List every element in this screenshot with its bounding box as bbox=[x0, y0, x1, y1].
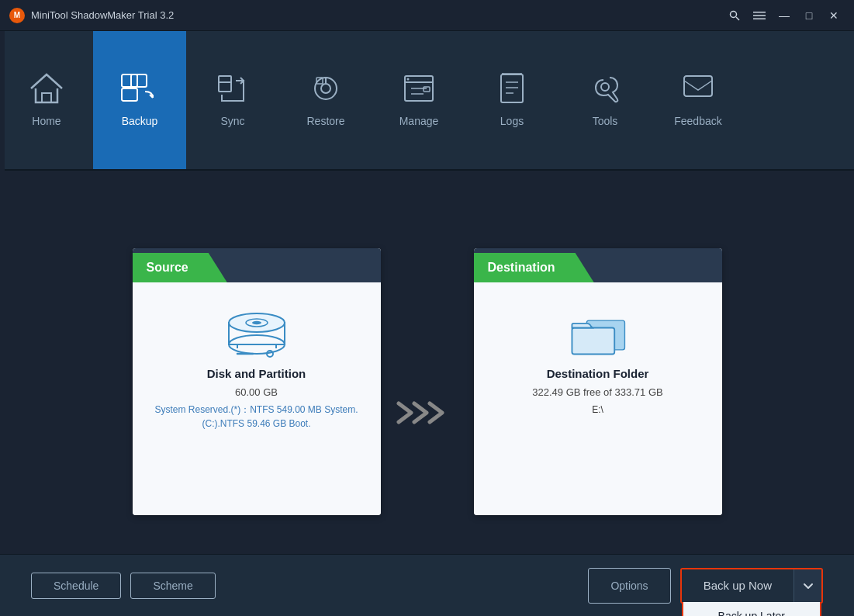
nav-logs-label: Logs bbox=[500, 115, 524, 127]
backup-later-button[interactable]: Back up Later bbox=[683, 602, 820, 617]
source-size: 60.00 GB bbox=[235, 386, 278, 398]
window-controls: — □ ✕ bbox=[724, 6, 845, 25]
svg-point-12 bbox=[321, 84, 330, 93]
nav-manage-label: Manage bbox=[399, 115, 439, 127]
title-left: M MiniTool ShadowMaker Trial 3.2 bbox=[9, 8, 174, 23]
nav-restore-label: Restore bbox=[306, 115, 344, 127]
home-icon bbox=[29, 73, 64, 109]
cards-row: Source bbox=[47, 248, 807, 515]
source-card[interactable]: Source bbox=[133, 248, 381, 515]
nav-home[interactable]: Home bbox=[0, 31, 93, 169]
disk-icon bbox=[222, 306, 292, 367]
tools-icon bbox=[588, 73, 622, 109]
destination-size: 322.49 GB free of 333.71 GB bbox=[532, 386, 662, 398]
bottom-left-actions: Schedule Scheme bbox=[31, 573, 216, 599]
backup-now-group: Back up Now Back up Later bbox=[680, 568, 823, 604]
main-content: Source bbox=[0, 171, 854, 585]
destination-header-label: Destination bbox=[488, 261, 555, 274]
source-header: Source bbox=[133, 253, 227, 282]
svg-point-33 bbox=[252, 321, 261, 324]
scheme-button[interactable]: Scheme bbox=[130, 573, 215, 599]
svg-rect-4 bbox=[753, 18, 766, 19]
bottom-bar: Schedule Scheme Options Back up Now Back… bbox=[0, 554, 854, 616]
backup-icon bbox=[120, 73, 159, 109]
svg-rect-8 bbox=[122, 88, 137, 101]
svg-point-25 bbox=[601, 83, 609, 91]
nav-restore[interactable]: Restore bbox=[279, 31, 372, 169]
restore-icon bbox=[309, 73, 343, 109]
backup-now-row: Back up Now bbox=[682, 569, 821, 602]
nav-tools[interactable]: Tools bbox=[558, 31, 652, 169]
nav-sync[interactable]: Sync bbox=[186, 31, 279, 169]
svg-point-19 bbox=[407, 78, 410, 81]
svg-rect-6 bbox=[122, 74, 137, 87]
left-accent bbox=[0, 31, 5, 616]
svg-rect-3 bbox=[753, 15, 766, 16]
svg-line-1 bbox=[736, 17, 739, 20]
destination-card[interactable]: Destination Destination Folder 322.49 GB… bbox=[474, 248, 722, 515]
source-detail: System Reserved.(*)：NTFS 549.00 MB Syste… bbox=[154, 403, 358, 431]
nav-backup-label: Backup bbox=[122, 115, 158, 127]
nav-feedback-label: Feedback bbox=[674, 115, 721, 127]
svg-rect-20 bbox=[424, 87, 430, 92]
nav-home-label: Home bbox=[32, 115, 61, 127]
sync-icon bbox=[216, 73, 250, 109]
nav-sync-label: Sync bbox=[220, 115, 244, 127]
app-logo: M bbox=[9, 8, 25, 23]
destination-header: Destination bbox=[474, 253, 594, 282]
feedback-icon bbox=[681, 73, 715, 109]
nav-logs[interactable]: Logs bbox=[465, 31, 558, 169]
search-button[interactable] bbox=[724, 6, 745, 25]
svg-rect-5 bbox=[42, 93, 51, 102]
nav-bar: Home Backup Sync bbox=[0, 31, 854, 171]
source-card-body[interactable]: Disk and Partition 60.00 GB System Reser… bbox=[133, 282, 381, 515]
schedule-button[interactable]: Schedule bbox=[31, 573, 121, 599]
svg-point-0 bbox=[731, 11, 737, 17]
destination-title: Destination Folder bbox=[547, 367, 649, 380]
nav-tools-label: Tools bbox=[593, 115, 618, 127]
nav-backup[interactable]: Backup bbox=[93, 31, 186, 169]
destination-card-body[interactable]: Destination Folder 322.49 GB free of 333… bbox=[474, 282, 722, 515]
minimize-button[interactable]: — bbox=[773, 6, 795, 25]
folder-icon bbox=[565, 306, 631, 367]
source-header-wrap: Source bbox=[133, 248, 381, 282]
app-title: MiniTool ShadowMaker Trial 3.2 bbox=[31, 9, 174, 21]
source-header-label: Source bbox=[147, 261, 188, 274]
destination-header-wrap: Destination bbox=[474, 248, 722, 282]
svg-rect-9 bbox=[219, 76, 231, 92]
backup-later-dropdown: Back up Later bbox=[682, 602, 821, 617]
backup-dropdown-button[interactable] bbox=[793, 569, 821, 602]
source-title: Disk and Partition bbox=[207, 367, 306, 380]
close-button[interactable]: ✕ bbox=[823, 6, 845, 25]
menu-button[interactable] bbox=[749, 6, 770, 25]
destination-detail: E:\ bbox=[592, 403, 603, 417]
logs-icon bbox=[495, 73, 529, 109]
backup-now-button[interactable]: Back up Now bbox=[682, 569, 793, 602]
nav-feedback[interactable]: Feedback bbox=[652, 31, 745, 169]
svg-rect-26 bbox=[684, 76, 712, 96]
maximize-button[interactable]: □ bbox=[798, 6, 820, 25]
svg-rect-7 bbox=[131, 74, 147, 87]
svg-rect-21 bbox=[501, 74, 523, 102]
bottom-right-actions: Options Back up Now Back up Later bbox=[588, 568, 823, 604]
options-button[interactable]: Options bbox=[588, 568, 670, 604]
title-bar: M MiniTool ShadowMaker Trial 3.2 — □ ✕ bbox=[0, 0, 854, 31]
svg-rect-37 bbox=[572, 328, 614, 355]
manage-icon bbox=[402, 73, 436, 109]
svg-rect-2 bbox=[753, 12, 766, 13]
nav-manage[interactable]: Manage bbox=[372, 31, 465, 169]
arrow-area bbox=[381, 335, 474, 428]
